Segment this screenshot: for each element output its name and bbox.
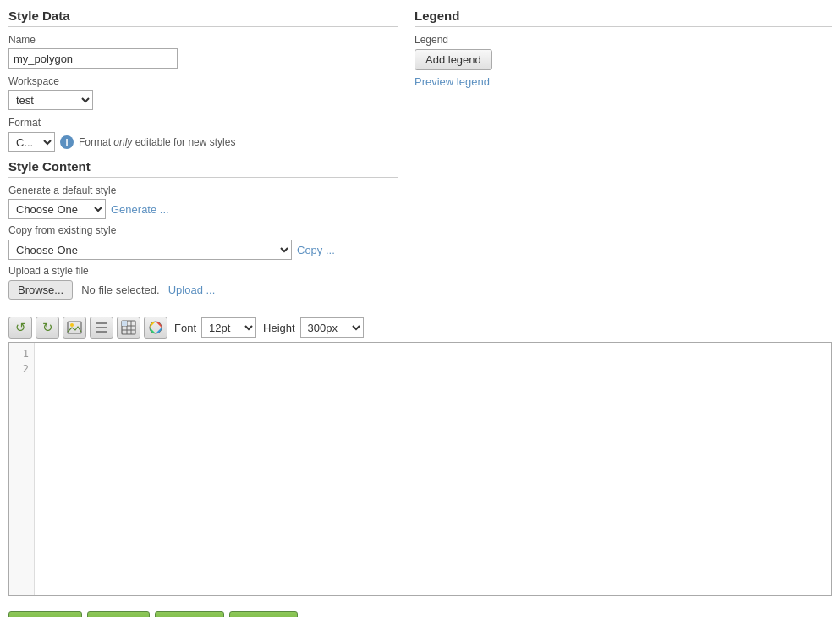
style-content-title: Style Content	[8, 159, 398, 178]
table-icon	[121, 320, 136, 335]
bottom-buttons: Validate Apply Submit Cancel	[8, 604, 832, 617]
color-icon	[148, 320, 163, 335]
upload-row: Browse... No file selected. Upload ...	[8, 280, 398, 300]
legend-sublabel: Legend	[415, 34, 832, 46]
line-numbers: 1 2	[9, 343, 35, 595]
legend-panel: Legend Legend Add legend Preview legend	[415, 8, 832, 300]
cancel-button[interactable]: Cancel	[229, 611, 298, 617]
image-button[interactable]	[63, 317, 86, 339]
workspace-label: Workspace	[8, 75, 398, 87]
height-label: Height	[263, 322, 295, 334]
font-label: Font	[174, 322, 196, 334]
copy-row: Choose One Copy ...	[8, 240, 398, 260]
name-label: Name	[8, 34, 398, 46]
editor-toolbar: ↺ ↻	[8, 317, 832, 339]
copy-label: Copy from existing style	[8, 224, 398, 236]
legend-section-title: Legend	[415, 8, 832, 27]
redo-icon: ↻	[42, 320, 53, 335]
style-content-section: Style Content Generate a default style C…	[8, 159, 398, 300]
format-info-icon[interactable]: i	[60, 135, 74, 149]
image-icon	[67, 320, 82, 335]
add-legend-button[interactable]: Add legend	[415, 49, 492, 70]
svg-rect-10	[122, 321, 127, 326]
style-data-panel: Style Data Name Workspace test default t…	[8, 8, 398, 300]
format-label: Format	[8, 117, 398, 129]
apply-button[interactable]: Apply	[87, 611, 150, 617]
font-select[interactable]: 8pt 10pt 12pt 14pt 16pt 18pt	[201, 317, 256, 338]
list-icon	[94, 320, 109, 335]
page-container: Style Data Name Workspace test default t…	[0, 0, 840, 617]
code-editor-container: 1 2	[8, 342, 832, 596]
format-select[interactable]: C... CSS SLD YSLD	[8, 132, 55, 152]
browse-button[interactable]: Browse...	[8, 280, 73, 300]
svg-rect-0	[68, 322, 81, 333]
svg-point-1	[70, 323, 74, 327]
line-number-1: 1	[14, 346, 29, 361]
workspace-select[interactable]: test default topp	[8, 90, 93, 110]
table-button[interactable]	[117, 317, 140, 339]
generate-label: Generate a default style	[8, 185, 398, 196]
generate-link[interactable]: Generate ...	[111, 203, 169, 216]
upload-label: Upload a style file	[8, 265, 398, 277]
list-button[interactable]	[90, 317, 113, 339]
line-number-2: 2	[14, 361, 29, 377]
submit-button[interactable]: Submit	[155, 611, 224, 617]
height-select[interactable]: 200px 300px 400px 500px 600px	[300, 317, 364, 338]
copy-select[interactable]: Choose One	[8, 240, 292, 260]
name-input[interactable]	[8, 48, 178, 69]
style-data-title: Style Data	[8, 8, 398, 27]
redo-button[interactable]: ↻	[36, 317, 59, 339]
format-row: C... CSS SLD YSLD i Format only editable…	[8, 132, 398, 152]
upload-link[interactable]: Upload ...	[168, 284, 216, 296]
format-note: Format only editable for new styles	[79, 136, 235, 148]
top-section: Style Data Name Workspace test default t…	[8, 8, 832, 300]
copy-link[interactable]: Copy ...	[297, 244, 335, 256]
undo-button[interactable]: ↺	[8, 317, 32, 339]
validate-button[interactable]: Validate	[8, 611, 82, 617]
preview-legend-link[interactable]: Preview legend	[415, 75, 832, 88]
generate-row: Choose One Point Line Polygon Raster Gen…	[8, 199, 398, 219]
no-file-text: No file selected.	[81, 284, 160, 296]
color-button[interactable]	[144, 317, 167, 339]
code-editor[interactable]	[35, 343, 831, 595]
undo-icon: ↺	[15, 320, 26, 335]
format-only-text: only	[113, 136, 132, 148]
generate-select[interactable]: Choose One Point Line Polygon Raster	[8, 199, 106, 219]
